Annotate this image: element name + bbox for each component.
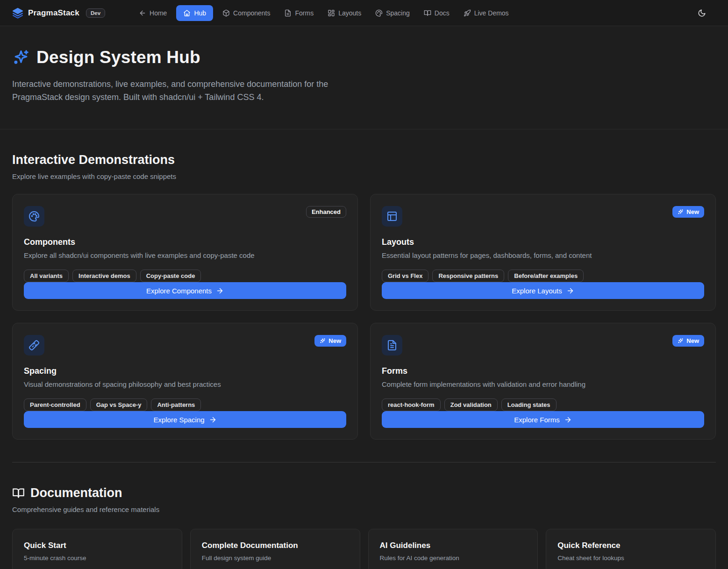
sparkles-icon: [678, 338, 684, 344]
nav-item-spacing[interactable]: Spacing: [371, 6, 414, 21]
card-description: Explore all shadcn/ui components with li…: [24, 251, 346, 259]
tag: Responsive patterns: [432, 270, 504, 282]
demos-subheading: Explore live examples with copy-paste co…: [12, 172, 716, 180]
card-title: Quick Start: [24, 541, 171, 550]
doc-card-complete-documentation[interactable]: Complete Documentation Full design syste…: [190, 529, 360, 569]
badge-label: New: [328, 337, 341, 344]
nav-menu: Home Hub Components Forms Layouts Spacin…: [134, 5, 514, 21]
card-title: Complete Documentation: [202, 541, 349, 550]
nav-item-docs[interactable]: Docs: [419, 6, 454, 21]
tag: Before/after examples: [508, 270, 584, 282]
docs-section: Documentation Comprehensive guides and r…: [0, 462, 728, 569]
tag: Parent-controlled: [24, 398, 86, 411]
tag: Interactive demos: [72, 270, 136, 282]
moon-icon: [698, 9, 706, 17]
tag-row: Parent-controlled Gap vs Space-y Anti-pa…: [24, 398, 346, 411]
top-navbar: PragmaStack Dev Home Hub Components Form…: [0, 0, 728, 26]
hero-section: Design System Hub Interactive demonstrat…: [0, 26, 728, 129]
docs-subheading: Comprehensive guides and reference mater…: [12, 505, 716, 513]
arrow-right-icon: [566, 287, 574, 295]
card-title: AI Guidelines: [380, 541, 527, 550]
explore-components-button[interactable]: Explore Components: [24, 282, 346, 299]
nav-item-label: Docs: [435, 9, 450, 17]
doc-card-quick-reference[interactable]: Quick Reference Cheat sheet for lookups: [546, 529, 716, 569]
badge-label: New: [686, 208, 699, 215]
page-title: Design System Hub: [36, 48, 200, 67]
nav-item-hub[interactable]: Hub: [176, 5, 213, 21]
new-badge: New: [672, 206, 704, 218]
status-badge: Enhanced: [306, 206, 346, 218]
brand-name: PragmaStack: [28, 8, 79, 18]
arrow-right-icon: [216, 287, 224, 295]
brand[interactable]: PragmaStack Dev: [12, 7, 105, 19]
card-description: Cheat sheet for lookups: [557, 555, 704, 562]
sparkles-icon: [320, 338, 326, 344]
badge-label: New: [686, 337, 699, 344]
demos-heading: Interactive Demonstrations: [12, 153, 716, 167]
demo-card-layouts: New Layouts Essential layout patterns fo…: [370, 194, 716, 311]
demo-card-components: Enhanced Components Explore all shadcn/u…: [12, 194, 358, 311]
env-badge: Dev: [86, 8, 105, 18]
nav-item-forms[interactable]: Forms: [279, 6, 318, 21]
card-description: Essential layout patterns for pages, das…: [382, 251, 704, 259]
tag-row: react-hook-form Zod validation Loading s…: [382, 398, 704, 411]
tag: react-hook-form: [382, 398, 441, 411]
new-badge: New: [314, 335, 346, 347]
theme-toggle-button[interactable]: [693, 5, 710, 21]
arrow-left-icon: [139, 9, 146, 17]
rocket-icon: [464, 9, 471, 17]
nav-item-label: Forms: [295, 9, 314, 17]
tag-row: Grid vs Flex Responsive patterns Before/…: [382, 270, 704, 282]
home-icon: [183, 9, 191, 17]
tag: Gap vs Space-y: [90, 398, 148, 411]
nav-item-components[interactable]: Components: [218, 6, 275, 21]
explore-spacing-button[interactable]: Explore Spacing: [24, 411, 346, 428]
demos-section: Interactive Demonstrations Explore live …: [0, 129, 728, 440]
nav-item-label: Components: [233, 9, 270, 17]
sparkles-icon: [12, 49, 30, 66]
ruler-icon: [24, 335, 44, 356]
file-text-icon: [382, 335, 402, 356]
arrow-right-icon: [209, 416, 217, 424]
box-icon: [222, 9, 230, 17]
nav-item-home[interactable]: Home: [134, 6, 171, 21]
button-label: Explore Spacing: [153, 416, 204, 424]
book-open-icon: [12, 487, 25, 499]
card-title: Components: [24, 237, 346, 247]
doc-card-ai-guidelines[interactable]: AI Guidelines Rules for AI code generati…: [368, 529, 538, 569]
tag: Copy-paste code: [140, 270, 201, 282]
page: PragmaStack Dev Home Hub Components Form…: [0, 0, 728, 569]
file-text-icon: [284, 9, 292, 17]
layout-dashboard-icon: [328, 9, 335, 17]
tag: All variants: [24, 270, 69, 282]
demo-card-grid: Enhanced Components Explore all shadcn/u…: [12, 194, 716, 440]
palette-icon: [375, 9, 383, 17]
doc-card-grid: Quick Start 5-minute crash course Comple…: [12, 529, 716, 569]
tag: Anti-patterns: [151, 398, 201, 411]
doc-card-quick-start[interactable]: Quick Start 5-minute crash course: [12, 529, 182, 569]
palette-icon: [24, 206, 44, 227]
nav-item-label: Layouts: [338, 9, 361, 17]
docs-heading: Documentation: [30, 486, 122, 500]
card-description: 5-minute crash course: [24, 555, 171, 562]
explore-forms-button[interactable]: Explore Forms: [382, 411, 704, 428]
demo-card-forms: New Forms Complete form implementations …: [370, 323, 716, 440]
tag: Loading states: [501, 398, 557, 411]
card-title: Layouts: [382, 237, 704, 247]
card-title: Forms: [382, 366, 704, 376]
nav-item-layouts[interactable]: Layouts: [323, 6, 366, 21]
button-label: Explore Forms: [514, 416, 560, 424]
sparkles-icon: [678, 209, 684, 215]
book-open-icon: [424, 9, 431, 17]
nav-item-label: Spacing: [386, 9, 410, 17]
button-label: Explore Components: [146, 287, 212, 295]
button-label: Explore Layouts: [512, 287, 562, 295]
demo-card-spacing: New Spacing Visual demonstrations of spa…: [12, 323, 358, 440]
explore-layouts-button[interactable]: Explore Layouts: [382, 282, 704, 299]
card-title: Spacing: [24, 366, 346, 376]
panels-top-left-icon: [382, 206, 402, 227]
nav-item-live-demos[interactable]: Live Demos: [459, 6, 514, 21]
layers-logo-icon: [12, 7, 23, 19]
tag: Zod validation: [444, 398, 498, 411]
nav-item-label: Hub: [194, 9, 206, 17]
